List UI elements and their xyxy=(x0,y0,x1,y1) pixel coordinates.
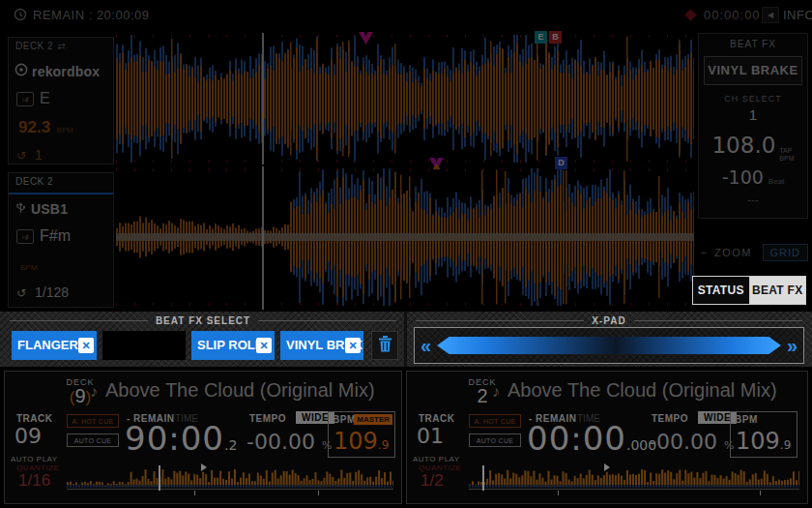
track-key: F#m xyxy=(40,227,71,245)
key-row: ♭♯ F#m xyxy=(9,218,113,245)
rekordbox-logo-icon xyxy=(14,63,28,80)
tab-beatfx[interactable]: BEAT FX xyxy=(749,277,806,304)
beatfx-select-header: BEAT FX SELECT xyxy=(10,315,396,326)
loop-length: 1 xyxy=(35,147,43,163)
effect-param2-value: --- xyxy=(699,194,807,207)
xpad[interactable]: « » xyxy=(414,327,804,364)
minimap-playhead xyxy=(482,465,484,491)
source-row: rekordbox xyxy=(9,57,113,80)
music-note-icon: ♪ xyxy=(492,383,500,400)
track-label: TRACK xyxy=(419,413,455,424)
effect-param-value: -100 xyxy=(722,166,764,188)
source-name: rekordbox xyxy=(32,64,100,79)
tap-bpm-unit: TAPBPM xyxy=(779,147,794,163)
hot-cue-indicator: A. HOT CUE xyxy=(469,414,521,428)
fx-slot-vinyl-brake[interactable]: VINYL BRAKE ✕ xyxy=(280,331,363,360)
fx-slot-slip-roll[interactable]: SLIP ROLL ✕ xyxy=(191,331,275,360)
track-overview-minimap[interactable] xyxy=(469,465,799,491)
ch-select-value[interactable]: 1 xyxy=(699,106,807,123)
trash-icon xyxy=(378,336,392,356)
source-name: USB1 xyxy=(31,201,68,217)
loop-icon: ↺ xyxy=(16,149,26,163)
ch-select-label: CH SELECT xyxy=(699,94,807,104)
clock-icon xyxy=(14,8,27,25)
effect-param-unit: Beat xyxy=(768,177,784,186)
remain-time: REMAIN : 20:00:09 xyxy=(33,8,150,22)
zoom-grid-row: − ZOOM GRID xyxy=(700,243,808,262)
track-number: 01 xyxy=(417,424,444,448)
effect-param-row: -100 Beat xyxy=(699,166,807,188)
panel-tabs: STATUS BEAT FX xyxy=(692,276,806,305)
quantize-value: 1/2 xyxy=(420,471,444,491)
deck-panel-title: DECK 2 xyxy=(9,173,113,194)
loop-length: 1/128 xyxy=(35,284,69,300)
bpm-unit: BPM xyxy=(20,263,37,272)
usb-icon xyxy=(14,200,27,218)
fx-slot-empty[interactable] xyxy=(102,331,186,360)
phrase-tick xyxy=(194,491,195,495)
hot-cue-indicator: A. HOT CUE xyxy=(67,414,119,428)
hot-cue-badge: D xyxy=(555,157,567,169)
bpm-value: 109.9 xyxy=(334,428,389,455)
bpm-row: 92.3 BPM xyxy=(9,107,113,137)
phrase-tick xyxy=(318,491,319,495)
phrase-tick xyxy=(760,491,761,495)
deck-info-panel-1[interactable]: DECK 2⇄ rekordbox ♭♯ E 92.3 BPM ↺ 1 xyxy=(8,37,114,164)
xpad-left-chevron-icon[interactable]: « xyxy=(415,336,437,355)
effect-bpm-row: 108.0 TAPBPM xyxy=(699,133,807,163)
remove-fx-icon[interactable]: ✕ xyxy=(256,338,272,353)
info-button[interactable]: INFO xyxy=(783,8,812,22)
bpm-row: BPM xyxy=(9,245,113,275)
hot-cue-badge: E xyxy=(535,31,547,44)
master-badge: MASTER xyxy=(354,414,392,425)
tempo-value: -00.00 % xyxy=(649,430,734,454)
phrase-tick xyxy=(558,491,559,495)
tempo-label: TEMPO xyxy=(249,413,286,424)
loop-row: ↺ 1 xyxy=(9,137,113,163)
zoom-label[interactable]: ZOOM xyxy=(714,247,752,258)
deck1-waveform xyxy=(116,35,694,163)
delete-fx-button[interactable] xyxy=(371,331,398,360)
key-icon: ♭♯ xyxy=(16,229,34,244)
deck1-playhead xyxy=(262,33,264,164)
fx-slot-flanger[interactable]: FLANGER ✕ xyxy=(12,331,97,360)
waveform-area: EB D xyxy=(116,29,694,312)
autoplay-label: AUTO PLAY xyxy=(11,455,58,463)
track-overview-minimap[interactable] xyxy=(67,465,393,491)
music-note-icon: ♪ xyxy=(90,383,98,400)
bpm-display: BPM 109.9 xyxy=(730,411,798,458)
bpm-label: BPM xyxy=(735,414,758,425)
source-row: USB1 xyxy=(9,194,113,218)
xpad-right-chevron-icon[interactable]: » xyxy=(781,336,803,355)
xpad-bar[interactable] xyxy=(437,337,781,354)
cue-marker-icon xyxy=(359,31,373,48)
remove-fx-icon[interactable]: ✕ xyxy=(345,338,361,353)
tempo-value: -00.00 % xyxy=(246,430,332,454)
track-number: 09 xyxy=(14,424,42,448)
deck-info-panel-2[interactable]: DECK 2 USB1 ♭♯ F#m BPM ↺ 1/128 xyxy=(8,172,114,308)
tab-status[interactable]: STATUS xyxy=(693,277,749,304)
xpad-header: X-PAD xyxy=(416,315,802,326)
cue-point-icon xyxy=(604,463,610,471)
remove-fx-icon[interactable]: ✕ xyxy=(78,338,94,353)
deck-status-panel-right: DECK 2 ♪Above The Cloud (Original Mix) T… xyxy=(406,371,808,504)
zoom-out-button[interactable]: − xyxy=(700,246,707,259)
grid-button[interactable]: GRID xyxy=(763,244,809,261)
beatfx-name[interactable]: VINYL BRAKE xyxy=(704,56,802,85)
tempo-label: TEMPO xyxy=(652,413,688,424)
bpm-display: BPM MASTER 109.9 xyxy=(328,411,395,458)
display-select-icon[interactable]: ◀ xyxy=(762,7,779,23)
time-display: 00:00.000 xyxy=(527,419,656,458)
deck2-waveform xyxy=(116,168,694,306)
loop-icon: ↺ xyxy=(16,286,26,300)
cue-point-icon xyxy=(201,463,207,471)
top-bar: REMAIN : 20:00:09 00:00:00 ◀ INFO xyxy=(0,0,812,29)
beatfx-title: BEAT FX xyxy=(699,34,807,49)
beatfx-panel: BEAT FX VINYL BRAKE CH SELECT 1 108.0 TA… xyxy=(698,33,808,219)
track-title: ♪Above The Cloud (Original Mix) xyxy=(492,379,777,402)
deck-bpm: 92.3 xyxy=(18,118,50,136)
autoplay-label: AUTO PLAY xyxy=(413,455,460,463)
minimap-playhead xyxy=(159,465,160,491)
auto-cue-indicator: AUTO CUE xyxy=(469,433,521,447)
beatfx-select-bar: BEAT FX SELECT X-PAD FLANGER ✕ SLIP ROLL… xyxy=(0,310,812,370)
